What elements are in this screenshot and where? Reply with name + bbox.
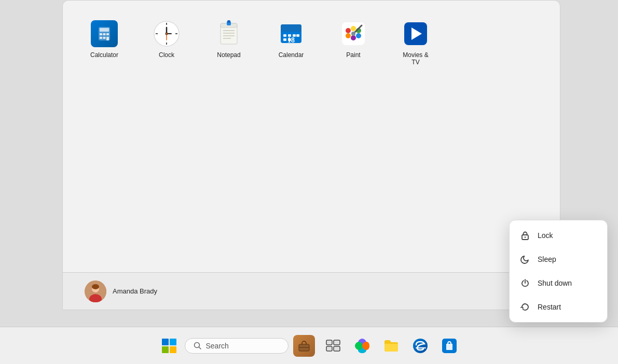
avatar: [85, 281, 106, 302]
svg-point-37: [346, 28, 351, 33]
svg-rect-32: [296, 34, 299, 37]
svg-text:18: 18: [287, 36, 295, 44]
taskbar-work-app[interactable]: [291, 332, 318, 359]
svg-rect-7: [106, 37, 109, 40]
apps-area: Calculator: [63, 1, 560, 80]
windows-logo: [162, 339, 176, 353]
svg-rect-29: [283, 34, 286, 37]
search-icon: [194, 342, 202, 350]
svg-rect-3: [103, 33, 106, 35]
paint-icon: [340, 20, 367, 47]
svg-point-44: [351, 32, 355, 36]
app-notepad[interactable]: Notepad: [208, 16, 250, 70]
svg-rect-62: [334, 346, 340, 351]
svg-line-55: [199, 347, 201, 349]
edge-icon: [412, 338, 429, 354]
sleep-label: Sleep: [538, 255, 556, 263]
svg-point-38: [351, 26, 356, 31]
lock-icon: [520, 231, 530, 240]
taskbar: Search: [0, 327, 618, 364]
svg-point-40: [356, 33, 361, 38]
power-menu: Lock Sleep Shut down Restart: [509, 220, 608, 323]
shutdown-icon: [520, 278, 530, 288]
svg-point-17: [166, 33, 168, 35]
svg-rect-59: [326, 340, 332, 345]
user-profile[interactable]: Amanda Brady: [78, 276, 163, 306]
calendar-label: Calendar: [279, 51, 304, 59]
taskbar-edge[interactable]: [407, 332, 434, 359]
clock-label: Clock: [159, 51, 174, 59]
file-explorer-icon: [383, 339, 399, 353]
copilot-icon: [353, 337, 372, 355]
svg-point-53: [525, 236, 526, 237]
paint-label: Paint: [346, 51, 360, 59]
app-clock[interactable]: Clock: [146, 16, 187, 70]
calculator-label: Calculator: [90, 51, 118, 59]
task-view-icon: [326, 340, 340, 352]
svg-point-42: [346, 33, 351, 38]
restart-icon: [520, 302, 530, 312]
svg-rect-61: [326, 346, 332, 351]
notepad-label: Notepad: [217, 51, 240, 59]
taskbar-store[interactable]: [436, 332, 463, 359]
svg-rect-5: [100, 37, 102, 39]
svg-point-50: [92, 284, 99, 289]
calculator-icon: [91, 20, 118, 47]
shutdown-label: Shut down: [538, 279, 572, 287]
taskbar-files[interactable]: [378, 332, 405, 359]
svg-rect-4: [106, 33, 109, 35]
movies-icon: [402, 20, 429, 47]
search-bar[interactable]: Search: [185, 338, 289, 354]
restart-label: Restart: [538, 303, 561, 311]
sleep-menu-item[interactable]: Sleep: [510, 247, 607, 271]
calendar-icon: 18: [278, 20, 305, 47]
restart-menu-item[interactable]: Restart: [510, 295, 607, 319]
svg-rect-60: [334, 340, 340, 345]
search-placeholder: Search: [206, 342, 229, 350]
taskbar-task-view[interactable]: [320, 332, 347, 359]
app-calculator[interactable]: Calculator: [84, 16, 125, 70]
sleep-icon: [520, 255, 530, 264]
lock-label: Lock: [538, 231, 553, 240]
svg-rect-1: [100, 28, 109, 32]
svg-rect-6: [103, 37, 106, 39]
lock-menu-item[interactable]: Lock: [510, 223, 607, 247]
start-menu: Calculator: [62, 0, 560, 310]
app-movies[interactable]: Movies & TV: [395, 16, 436, 70]
start-button[interactable]: [156, 332, 183, 359]
svg-rect-28: [281, 29, 301, 32]
clock-icon: [153, 20, 180, 47]
shutdown-menu-item[interactable]: Shut down: [510, 271, 607, 295]
store-icon: [441, 338, 458, 354]
svg-point-63: [413, 339, 428, 353]
user-name: Amanda Brady: [113, 287, 157, 295]
briefcase-icon: [293, 335, 315, 357]
svg-rect-2: [100, 33, 102, 35]
app-calendar[interactable]: 18 Calendar: [270, 16, 312, 70]
svg-rect-33: [283, 38, 286, 41]
movies-label: Movies & TV: [399, 51, 432, 66]
user-bar: Amanda Brady: [63, 272, 560, 310]
taskbar-copilot[interactable]: [349, 332, 376, 359]
svg-rect-25: [227, 20, 230, 23]
app-paint[interactable]: Paint: [333, 16, 374, 70]
notepad-icon: [215, 20, 242, 47]
svg-point-41: [351, 35, 356, 40]
